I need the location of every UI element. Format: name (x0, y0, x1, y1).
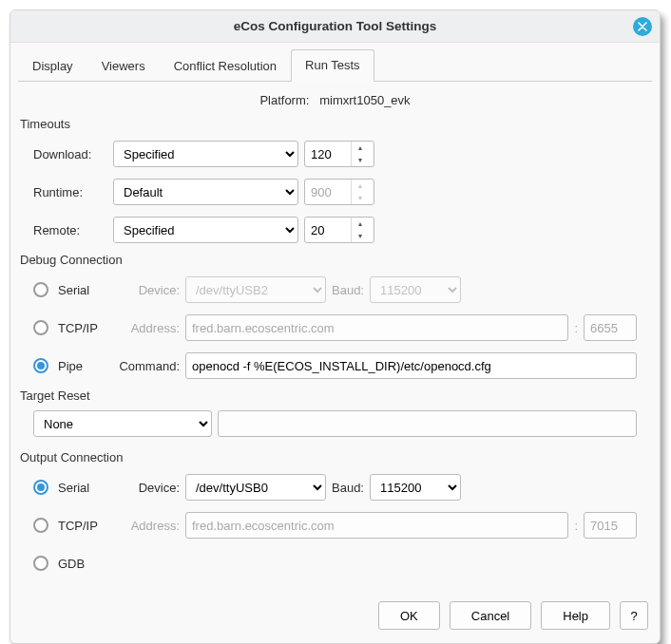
remote-label: Remote: (33, 223, 107, 237)
debug-tcp-radio[interactable] (33, 320, 48, 335)
colon: : (574, 321, 578, 335)
target-reset-heading: Target Reset (20, 388, 652, 403)
target-reset-extra-input (218, 410, 637, 437)
tab-display[interactable]: Display (18, 50, 87, 82)
debug-command-label: Command: (107, 359, 180, 373)
output-baud-label: Baud: (332, 481, 364, 495)
settings-dialog: eCos Configuration Tool Settings Display… (10, 9, 661, 644)
output-address-input (185, 512, 568, 539)
spin-up-icon[interactable]: ▴ (352, 142, 368, 154)
debug-serial-label: Serial (58, 283, 117, 297)
runtime-mode-select[interactable]: Default (113, 179, 298, 205)
debug-tcp-label: TCP/IP (58, 321, 117, 335)
cancel-button[interactable]: Cancel (450, 601, 531, 630)
tab-bar: Display Viewers Conflict Resolution Run … (18, 48, 652, 82)
runtime-value-input (305, 180, 351, 204)
debug-pipe-label: Pipe (58, 359, 102, 373)
output-serial-label: Serial (58, 481, 117, 495)
output-heading: Output Connection (20, 450, 652, 464)
tab-run-tests[interactable]: Run Tests (291, 49, 374, 82)
output-serial-radio[interactable] (33, 480, 48, 495)
colon: : (574, 519, 578, 533)
runtime-value-spin: ▴▾ (304, 179, 374, 205)
help-button[interactable]: Help (541, 601, 610, 630)
output-port-input (584, 512, 637, 539)
spin-up-icon[interactable]: ▴ (352, 218, 368, 230)
output-gdb-label: GDB (58, 557, 85, 571)
spin-down-icon: ▾ (352, 192, 368, 204)
debug-command-input[interactable] (185, 352, 637, 379)
output-address-label: Address: (123, 519, 180, 533)
output-tcp-radio[interactable] (33, 518, 48, 533)
download-mode-select[interactable]: Specified (113, 141, 298, 167)
runtime-label: Runtime: (33, 185, 107, 199)
timeouts-heading: Timeouts (20, 117, 652, 131)
debug-address-input (185, 314, 568, 341)
dialog-buttons: OK Cancel Help ? (10, 592, 660, 643)
debug-pipe-radio[interactable] (33, 358, 48, 373)
whats-this-button[interactable]: ? (620, 601, 648, 630)
spin-down-icon[interactable]: ▾ (352, 230, 368, 242)
output-baud-select[interactable]: 115200 (370, 474, 461, 501)
platform-label: Platform: (259, 93, 309, 107)
spin-down-icon[interactable]: ▾ (352, 154, 368, 166)
platform-value: mimxrt1050_evk (319, 93, 410, 107)
debug-device-select: /dev/ttyUSB2 (185, 276, 326, 303)
tab-viewers[interactable]: Viewers (87, 50, 160, 82)
debug-baud-label: Baud: (332, 283, 364, 297)
debug-device-label: Device: (123, 283, 180, 297)
ok-button[interactable]: OK (378, 601, 440, 630)
debug-port-input (584, 314, 637, 341)
spin-up-icon: ▴ (352, 180, 368, 192)
output-tcp-label: TCP/IP (58, 519, 117, 533)
download-value-input[interactable] (305, 142, 351, 166)
tab-conflict-resolution[interactable]: Conflict Resolution (160, 50, 291, 82)
debug-address-label: Address: (123, 321, 180, 335)
download-value-spin[interactable]: ▴▾ (304, 141, 374, 167)
remote-value-input[interactable] (305, 218, 351, 242)
output-device-label: Device: (123, 481, 180, 495)
titlebar: eCos Configuration Tool Settings (10, 10, 660, 43)
window-title: eCos Configuration Tool Settings (234, 19, 437, 33)
download-label: Download: (33, 147, 107, 161)
debug-heading: Debug Connection (20, 253, 652, 267)
target-reset-select[interactable]: None (33, 410, 212, 437)
close-icon[interactable] (633, 17, 652, 36)
remote-mode-select[interactable]: Specified (113, 217, 298, 243)
debug-serial-radio[interactable] (33, 282, 48, 297)
platform-row: Platform: mimxrt1050_evk (18, 85, 652, 113)
output-gdb-radio[interactable] (33, 556, 48, 571)
output-device-select[interactable]: /dev/ttyUSB0 (185, 474, 326, 501)
debug-baud-select: 115200 (370, 276, 461, 303)
remote-value-spin[interactable]: ▴▾ (304, 217, 374, 243)
